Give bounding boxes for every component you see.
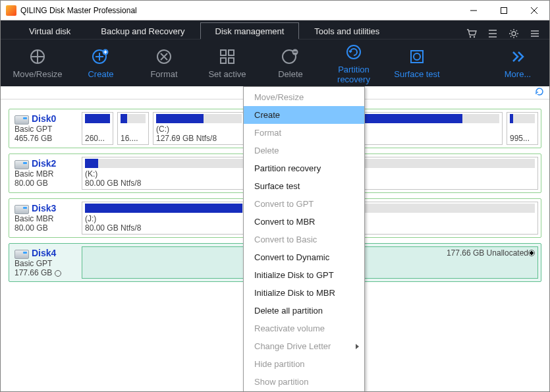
partition-label: 177.66 GB Unallocated (447, 248, 535, 258)
svg-rect-15 (411, 51, 423, 63)
title-bar: QILING Disk Master Professional (1, 1, 549, 20)
partition-card[interactable]: 260... (82, 112, 113, 145)
partition-card[interactable]: 995... (507, 112, 538, 145)
context-menu-item[interactable]: Initialize Disk to MBR (244, 284, 364, 302)
disk-name: Disk4 (32, 248, 56, 258)
set-active-icon (217, 47, 237, 67)
gear-icon[interactable] (509, 28, 519, 39)
disk-info: Disk0Basic GPT465.76 GB (12, 112, 78, 145)
tab-bar: Virtual disk Backup and Recovery Disk ma… (1, 20, 549, 39)
action-move-resize[interactable]: Move/Resize (6, 42, 69, 84)
delete-icon (281, 47, 300, 67)
action-more[interactable]: More... (491, 42, 544, 84)
minimize-button[interactable] (458, 1, 489, 20)
context-menu-item: Change Drive Letter (244, 337, 364, 355)
context-menu-item: Convert to GPT (244, 195, 364, 213)
disk-size: 80.00 GB (14, 223, 75, 233)
svg-rect-10 (221, 58, 226, 63)
context-menu-item: Delete (244, 142, 364, 159)
usage-bar (121, 114, 146, 123)
context-menu-item[interactable]: Convert to Dynamic (244, 248, 364, 266)
disk-size: 80.00 GB (14, 179, 75, 188)
usage-bar (85, 114, 110, 123)
svg-point-16 (414, 53, 420, 60)
more-icon (508, 47, 528, 67)
tab-tools-utilities[interactable]: Tools and utilities (299, 22, 395, 39)
context-menu-item[interactable]: Create (244, 106, 364, 124)
disk-info: Disk4Basic GPT177.66 GB (12, 246, 78, 279)
drive-icon (14, 160, 29, 169)
radio-selected (528, 250, 535, 256)
disk-type: Basic MBR (14, 214, 75, 223)
usage-bar (156, 114, 242, 123)
svg-rect-9 (229, 50, 234, 55)
action-label: Partition recovery (322, 65, 385, 84)
window-title: QILING Disk Master Professional (20, 6, 137, 15)
move-resize-icon (28, 47, 47, 67)
action-format[interactable]: Format (132, 42, 196, 84)
context-menu-item: Hide partition (244, 355, 364, 373)
tab-disk-management[interactable]: Disk management (200, 22, 300, 39)
action-surface-test[interactable]: Surface test (385, 42, 449, 84)
action-set-active[interactable]: Set active (196, 42, 259, 84)
action-label: Delete (278, 69, 303, 79)
window-buttons (458, 1, 549, 20)
tab-backup-recovery[interactable]: Backup and Recovery (86, 22, 200, 39)
radio-empty (55, 270, 61, 277)
svg-point-2 (474, 36, 475, 38)
surface-test-icon (407, 47, 427, 67)
disk-info: Disk3Basic MBR80.00 GB (12, 202, 78, 235)
drive-icon (14, 205, 29, 214)
create-icon (91, 47, 111, 67)
action-label: Format (150, 69, 177, 79)
app-icon (6, 5, 16, 16)
disk-name: Disk3 (32, 203, 56, 213)
partition-label: 260... (85, 134, 110, 143)
context-menu-item[interactable]: Convert to MBR (244, 213, 364, 231)
disk-name: Disk2 (32, 158, 56, 169)
drive-letter: (C:) (156, 125, 242, 134)
svg-rect-8 (221, 50, 226, 55)
partition-card[interactable]: 16.... (117, 112, 149, 145)
list-icon[interactable] (487, 28, 498, 39)
context-menu-item[interactable]: Delete all partition (244, 302, 364, 320)
drive-icon (14, 115, 29, 125)
partition-recovery-icon (344, 42, 364, 62)
svg-point-14 (347, 45, 360, 59)
toolbar-right-icons (466, 28, 545, 39)
context-menu-item: Format (244, 124, 364, 142)
usage-bar (510, 114, 535, 123)
action-delete[interactable]: Delete (259, 42, 322, 84)
action-label: Move/Resize (13, 69, 62, 79)
action-partition-recovery[interactable]: Partition recovery (322, 42, 385, 84)
disk-type: Basic GPT (14, 259, 75, 268)
disk-name: Disk0 (32, 113, 56, 124)
partition-card[interactable]: (C:)127.69 GB Ntfs/8 (153, 112, 245, 145)
context-menu-item[interactable]: Surface test (244, 177, 364, 195)
action-label: Create (88, 69, 113, 79)
maximize-button[interactable] (489, 1, 519, 20)
svg-rect-11 (229, 58, 234, 63)
refresh-icon[interactable] (535, 87, 544, 96)
disk-type: Basic GPT (14, 125, 75, 134)
context-menu-item[interactable]: Initialize Disk to GPT (244, 266, 364, 284)
action-create[interactable]: Create (69, 42, 132, 84)
format-icon (154, 47, 174, 67)
svg-point-3 (512, 32, 516, 36)
tab-virtual-disk[interactable]: Virtual disk (14, 22, 86, 39)
partition-label: 16.... (121, 134, 146, 143)
disk-size: 177.66 GB (14, 268, 75, 277)
cart-icon[interactable] (466, 28, 477, 39)
svg-point-1 (470, 36, 471, 38)
menu-icon[interactable] (530, 28, 540, 39)
context-menu: Move/ResizeCreateFormatDeletePartition r… (243, 86, 365, 392)
disk-size: 465.76 GB (14, 134, 75, 143)
action-ribbon: Move/Resize Create Format Set active Del… (1, 39, 549, 86)
disk-info: Disk2Basic MBR80.00 GB (12, 157, 78, 190)
context-menu-item[interactable]: Partition recovery (244, 159, 364, 177)
drive-icon (14, 250, 29, 259)
context-menu-item: Convert to Basic (244, 231, 364, 248)
close-button[interactable] (519, 1, 549, 20)
partition-label: 127.69 GB Ntfs/8 (156, 134, 242, 143)
action-label: Surface test (394, 69, 439, 79)
